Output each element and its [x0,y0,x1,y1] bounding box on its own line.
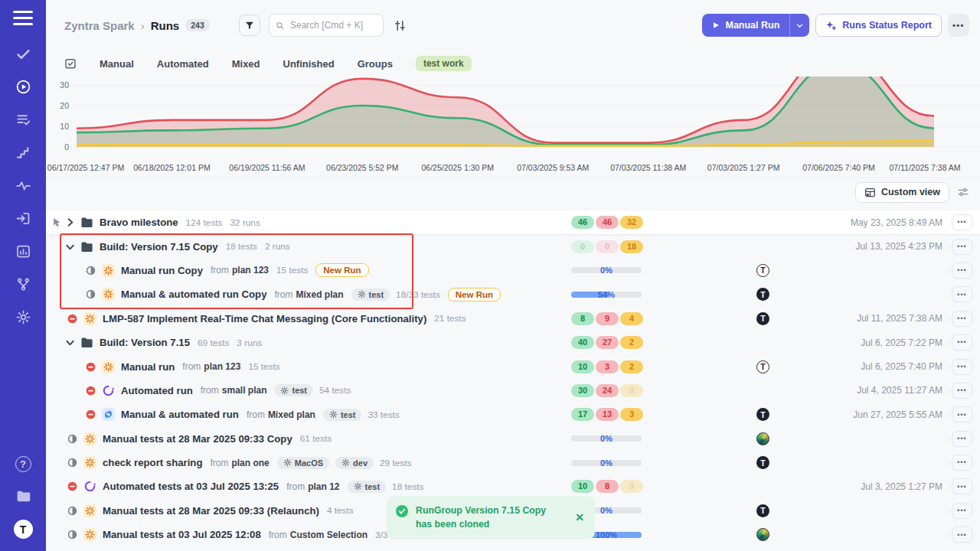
tag-filter-badge[interactable]: test work [416,56,472,71]
row-title[interactable]: Automated run [121,385,193,396]
toast-message: RunGroup Version 7.15 Copy has been clon… [416,504,552,532]
assignee-avatar[interactable]: T [756,456,769,469]
group-row[interactable]: Bravo milestone124 tests32 runs464632May… [46,210,980,234]
custom-view-button[interactable]: Custom view [855,182,949,203]
environment-tag-badge[interactable]: test [348,481,387,493]
check-icon[interactable] [15,45,31,62]
failed-count-badge: 27 [596,336,619,349]
projects-folder-icon[interactable] [15,487,31,504]
menu-icon[interactable] [13,11,33,25]
run-row[interactable]: Automated runfromsmall plantest54 tests3… [46,379,980,403]
assignee-avatar[interactable]: T [756,312,769,325]
environment-tag-badge[interactable]: test [351,289,390,301]
row-more-button[interactable]: ••• [952,503,972,519]
integrations-branch-icon[interactable] [15,276,31,292]
run-row[interactable]: Manual & automated run CopyfromMixed pla… [46,282,980,306]
row-title[interactable]: Bravo milestone [100,217,178,228]
runs-play-circle-icon[interactable] [15,78,31,95]
row-title[interactable]: Manual tests at 28 Mar 2025 09:33 (Relau… [103,505,319,517]
row-title[interactable]: Automated tests at 03 Jul 2025 13:25 [103,481,279,492]
row-more-button[interactable]: ••• [952,286,972,302]
row-title[interactable]: Manual & automated run [121,409,239,420]
manual-run-dropdown[interactable] [789,14,809,37]
environment-tag-badge[interactable]: test [274,384,313,396]
runs-status-report-button[interactable]: Runs Status Report [815,14,942,37]
assignee-avatar[interactable]: T [756,408,769,421]
row-more-button[interactable]: ••• [952,214,972,230]
tag-label: dev [353,458,368,468]
row-title[interactable]: Build: Version 7.15 Copy [100,241,218,253]
assignee-avatar[interactable]: T [756,264,769,277]
environment-tag-badge[interactable]: dev [335,457,374,469]
assignee-avatar[interactable]: T [756,504,769,517]
assignee-avatar[interactable] [756,432,769,445]
from-label: from [275,289,293,300]
manual-run-split-button[interactable]: Manual Run [702,14,809,37]
row-more-button[interactable]: ••• [952,334,972,350]
row-more-button[interactable]: ••• [952,431,972,447]
import-box-arrow-icon[interactable] [15,210,31,227]
result-cell: 0% [571,267,694,273]
row-title[interactable]: Manual tests at 28 Mar 2025 09:33 Copy [103,433,292,445]
assignee-avatar[interactable]: T [756,288,769,301]
row-title[interactable]: Manual & automated run Copy [121,289,267,300]
tab-manual[interactable]: Manual [100,58,134,70]
bulk-select-icon[interactable] [64,57,77,70]
list-settings-sliders-icon[interactable] [957,186,969,198]
run-row[interactable]: Manual & automated runfromMixed plantest… [46,403,980,426]
header-more-button[interactable]: ••• [948,14,969,37]
chevron-right-icon[interactable] [64,217,76,228]
new-run-badge[interactable]: New Run [448,288,501,302]
tests-count: 61 tests [300,433,332,444]
row-more-button[interactable]: ••• [952,383,972,399]
row-more-button[interactable]: ••• [952,359,972,375]
environment-tag-badge[interactable]: test [323,409,362,421]
run-row[interactable]: Manual run Copyfromplan 12315 testsNew R… [46,259,980,282]
user-avatar[interactable]: T [14,520,33,539]
search-box[interactable] [269,14,384,37]
row-main: Build: Version 7.1569 tests3 runs [46,337,571,348]
run-row[interactable]: LMP-587 Implement Real-Time Chat Messagi… [46,307,980,331]
filter-funnel-button[interactable] [239,15,260,36]
search-filters-sliders-icon[interactable] [394,19,407,32]
toast-close-icon[interactable]: ✕ [573,510,586,524]
settings-gear-icon[interactable] [15,308,31,325]
group-row[interactable]: Build: Version 7.15 Copy18 tests2 runs00… [46,234,980,258]
milestones-steps-icon[interactable] [15,144,31,161]
row-more-button[interactable]: ••• [952,311,972,327]
row-more-button[interactable]: ••• [952,262,972,279]
run-row[interactable]: Automated tests at 03 Jul 2025 13:25from… [46,474,980,498]
from-label: from [182,361,201,372]
help-icon[interactable]: ? [15,455,31,472]
row-more-button[interactable]: ••• [952,406,972,422]
row-title[interactable]: LMP-587 Implement Real-Time Chat Messagi… [103,313,426,324]
assignee-avatar[interactable] [756,528,769,541]
chevron-down-icon[interactable] [64,337,76,348]
row-title[interactable]: check report sharing [103,457,202,468]
breadcrumb-project[interactable]: Zyntra Spark [64,19,135,32]
run-row[interactable]: check report sharingfromplan oneMacOSdev… [46,451,980,474]
row-more-button[interactable]: ••• [952,239,972,255]
run-row[interactable]: Manual runfromplan 12315 tests1032TJul 6… [46,354,980,378]
row-title[interactable]: Manual tests at 03 Jul 2025 12:08 [103,529,261,540]
tab-groups[interactable]: Groups [358,58,393,70]
chevron-down-icon[interactable] [64,241,76,253]
row-more-button[interactable]: ••• [952,478,972,494]
row-title[interactable]: Manual run [121,361,175,373]
defects-pulse-icon[interactable] [15,177,31,194]
tab-unfinished[interactable]: Unfinished [283,58,335,70]
tab-automated[interactable]: Automated [157,58,209,70]
reports-bar-chart-icon[interactable] [15,243,31,259]
row-title[interactable]: Manual run Copy [121,265,203,276]
environment-tag-badge[interactable]: MacOS [277,457,329,469]
search-input[interactable] [289,19,377,31]
tab-mixed[interactable]: Mixed [232,58,260,70]
new-run-badge[interactable]: New Run [315,263,368,277]
run-row[interactable]: Manual tests at 28 Mar 2025 09:33 Copy61… [46,427,980,451]
group-row[interactable]: Build: Version 7.1569 tests3 runs40272Ju… [46,331,980,354]
test-plans-list-icon[interactable] [15,111,31,128]
row-more-button[interactable]: ••• [952,455,972,471]
assignee-avatar[interactable]: T [756,360,769,373]
row-more-button[interactable]: ••• [952,527,972,543]
row-title[interactable]: Build: Version 7.15 [100,337,190,348]
